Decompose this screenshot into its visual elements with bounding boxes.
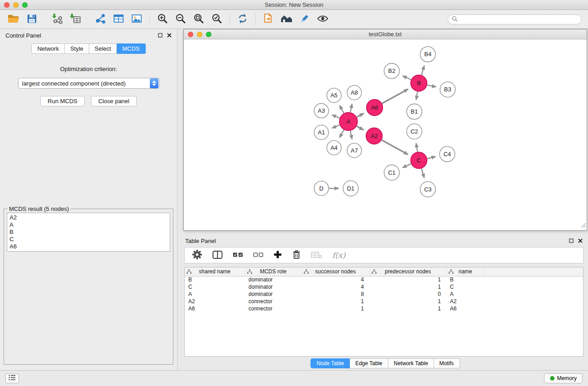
network-close-button[interactable] xyxy=(188,32,193,37)
table-row[interactable]: A2connector11A2 xyxy=(185,298,583,305)
column-header-predecessor-nodes[interactable]: predecessor nodes xyxy=(369,267,446,276)
import-network-button[interactable] xyxy=(49,12,65,27)
edge-A-A5[interactable] xyxy=(339,105,344,114)
node-C[interactable]: C xyxy=(411,152,427,168)
save-session-button[interactable] xyxy=(24,12,39,27)
edge-A6-B[interactable] xyxy=(382,89,408,104)
node-C4[interactable]: C4 xyxy=(440,146,455,162)
close-window-button[interactable] xyxy=(4,2,10,8)
network-graph[interactable]: B4B2BB3A5A8A6A3B1AA1C2A2A4A7C4CC1DD1C3 xyxy=(184,39,587,230)
zoom-fit-button[interactable] xyxy=(191,12,206,27)
edge-C-C1[interactable] xyxy=(402,164,411,167)
edge-A-A3[interactable] xyxy=(332,115,339,118)
tab-motifs[interactable]: Motifs xyxy=(434,358,460,368)
table-row[interactable]: Adominator80A xyxy=(185,291,583,298)
node-A4[interactable]: A4 xyxy=(327,140,341,155)
close-table-panel-icon[interactable] xyxy=(578,237,583,245)
zoom-window-button[interactable] xyxy=(22,2,28,8)
delete-table-button[interactable] xyxy=(311,251,322,260)
node-A2[interactable]: A2 xyxy=(366,128,382,144)
node-table[interactable]: shared nameMCDS rolesuccessor nodesprede… xyxy=(184,267,583,357)
column-header-MCDS-role[interactable]: MCDS role xyxy=(245,267,301,276)
new-network-button[interactable] xyxy=(93,12,108,27)
node-B3[interactable]: B3 xyxy=(440,82,455,97)
result-item[interactable]: A6 xyxy=(7,243,170,250)
apply-style-button[interactable] xyxy=(297,12,312,27)
open-session-button[interactable] xyxy=(6,12,21,27)
minimize-window-button[interactable] xyxy=(13,2,19,8)
result-item[interactable]: A2 xyxy=(7,214,170,221)
tab-select[interactable]: Select xyxy=(89,43,117,54)
edge-A2-C[interactable] xyxy=(382,140,408,155)
edge-B-B1[interactable] xyxy=(416,92,417,100)
tab-network[interactable]: Network xyxy=(31,43,65,54)
node-A8[interactable]: A8 xyxy=(347,86,362,100)
zoom-out-button[interactable] xyxy=(173,12,188,27)
column-header-name[interactable]: name xyxy=(446,267,484,276)
node-D1[interactable]: D1 xyxy=(343,181,359,196)
memory-button[interactable]: Memory xyxy=(544,373,583,383)
float-table-panel-icon[interactable] xyxy=(569,237,574,245)
run-mcds-button[interactable]: Run MCDS xyxy=(40,96,85,106)
edge-B-B3[interactable] xyxy=(427,85,436,87)
edge-A-A8[interactable] xyxy=(350,104,352,112)
home-view-button[interactable] xyxy=(279,12,294,27)
tab-style[interactable]: Style xyxy=(65,43,89,54)
edge-B-B2[interactable] xyxy=(402,76,411,80)
export-image-button[interactable] xyxy=(129,12,144,27)
node-C2[interactable]: C2 xyxy=(406,124,422,139)
node-B2[interactable]: B2 xyxy=(384,63,400,79)
result-item[interactable]: A xyxy=(7,221,170,229)
zoom-in-button[interactable] xyxy=(155,12,170,27)
add-column-button[interactable] xyxy=(273,250,282,260)
close-panel-icon[interactable] xyxy=(167,31,172,39)
column-header-shared-name[interactable]: shared name xyxy=(185,267,245,276)
node-A6[interactable]: A6 xyxy=(367,100,383,116)
column-header-successor-nodes[interactable]: successor nodes xyxy=(301,267,369,276)
edge-C-C4[interactable] xyxy=(427,157,436,158)
table-options-button[interactable] xyxy=(192,249,202,261)
select-all-button[interactable] xyxy=(233,251,243,260)
edge-C-C3[interactable] xyxy=(421,168,424,178)
criterion-dropdown[interactable]: largest connected component (directed) xyxy=(18,78,159,89)
node-B4[interactable]: B4 xyxy=(420,47,435,62)
edge-A-A1[interactable] xyxy=(332,125,339,128)
network-zoom-button[interactable] xyxy=(206,32,211,37)
show-hide-button[interactable] xyxy=(315,12,330,27)
edge-C-C2[interactable] xyxy=(416,143,417,152)
node-A7[interactable]: A7 xyxy=(347,143,362,157)
table-row[interactable]: Bdominator41B xyxy=(185,276,583,283)
show-columns-button[interactable] xyxy=(212,250,223,261)
search-input[interactable] xyxy=(460,16,578,23)
edge-A-A4[interactable] xyxy=(339,130,344,138)
node-D[interactable]: D xyxy=(314,181,329,195)
tab-mcds[interactable]: MCDS xyxy=(117,43,145,54)
new-table-button[interactable] xyxy=(111,12,126,27)
task-history-button[interactable] xyxy=(5,374,19,383)
node-C3[interactable]: C3 xyxy=(420,181,435,197)
import-table-button[interactable] xyxy=(67,12,83,27)
node-C1[interactable]: C1 xyxy=(384,165,400,180)
node-A5[interactable]: A5 xyxy=(327,88,341,103)
tab-network-table[interactable]: Network Table xyxy=(388,358,434,368)
edge-A-A6[interactable] xyxy=(357,113,364,117)
node-B1[interactable]: B1 xyxy=(406,104,422,119)
table-row[interactable]: Cdominator41C xyxy=(185,283,583,291)
float-panel-icon[interactable] xyxy=(158,31,163,39)
table-row[interactable]: A6connector11A6 xyxy=(185,305,583,312)
node-A1[interactable]: A1 xyxy=(314,125,329,140)
zoom-selected-button[interactable] xyxy=(209,12,225,27)
node-A3[interactable]: A3 xyxy=(314,104,329,118)
node-A[interactable]: A xyxy=(339,113,358,131)
network-minimize-button[interactable] xyxy=(197,32,202,37)
node-B[interactable]: B xyxy=(411,75,427,91)
mcds-result-list[interactable]: A2ABCA6 xyxy=(7,213,170,252)
tab-edge-table[interactable]: Edge Table xyxy=(350,358,388,368)
search-field[interactable] xyxy=(448,14,582,24)
refresh-button[interactable] xyxy=(235,12,250,27)
function-builder-button[interactable]: f(x) xyxy=(332,251,345,260)
edge-A-A7[interactable] xyxy=(350,131,352,139)
result-item[interactable]: B xyxy=(7,229,170,236)
result-item[interactable]: C xyxy=(7,236,170,243)
close-panel-button[interactable]: Close panel xyxy=(91,96,137,106)
